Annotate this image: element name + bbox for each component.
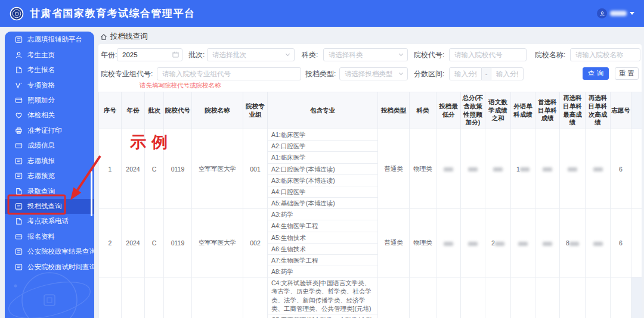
cell-score: [586, 209, 611, 278]
cell-batch: C: [145, 209, 164, 278]
redacted-score-value: [518, 242, 528, 246]
sidebar-item-label: 志愿填报辅助平台: [27, 35, 82, 44]
page-title: 甘肃省国家教育考试综合管理平台: [30, 7, 196, 20]
score-max-input[interactable]: [491, 67, 524, 80]
major-item: A2:口腔医学: [268, 141, 377, 152]
user-avatar-icon[interactable]: [597, 8, 607, 18]
major-item: C5:工商管理类[金融学、金融学(金融经济学)、会计学、市场营销]: [268, 314, 377, 318]
user-menu[interactable]: [597, 8, 634, 18]
cell-score: [535, 278, 560, 318]
query-panel: 年份: 批次: 科类: 院校代号:: [98, 44, 642, 318]
group-code-input[interactable]: [157, 67, 301, 80]
file-type-label: 投档类型:: [305, 69, 336, 79]
sidebar-item-录取查询[interactable]: 录取查询: [5, 183, 94, 198]
form-icon: [15, 172, 23, 180]
cell-subject-type: [410, 278, 436, 318]
cell-score: 2: [485, 209, 511, 278]
sidebar-item-报名资料[interactable]: 报名资料: [5, 229, 94, 244]
redacted-score-value: [543, 167, 552, 172]
cell-score: [436, 129, 461, 209]
college-code-input[interactable]: [449, 48, 527, 61]
sidebar-item-志愿预览[interactable]: 志愿预览: [5, 169, 94, 183]
reset-button[interactable]: 重 置: [615, 67, 639, 80]
cell-year: [122, 278, 145, 318]
card-icon: [15, 233, 23, 241]
sidebar-item-考生主页[interactable]: 考生主页: [5, 47, 94, 62]
user-icon: [15, 51, 23, 59]
cell-score: [461, 129, 485, 209]
redacted-score-value: [495, 242, 504, 246]
form-icon: [15, 36, 23, 43]
college-code-label: 院校代号:: [414, 50, 444, 60]
heart-icon: [15, 111, 23, 119]
subject-label: 科类:: [302, 50, 318, 60]
score-range-label: 分数区间:: [414, 69, 444, 79]
sidebar-item-label: 录取查询: [27, 187, 55, 196]
file-icon: [15, 188, 23, 195]
subject-select[interactable]: [323, 48, 408, 61]
cell-score: [511, 278, 535, 318]
redacted-score-value: [468, 167, 478, 172]
sidebar-item-考点联系电话[interactable]: 考点联系电话: [5, 214, 94, 229]
column-header: 包含专业: [268, 92, 378, 129]
cell-college-name: 空军军医大学: [192, 209, 243, 278]
card-icon: [15, 142, 23, 149]
column-header: 院校代号: [164, 92, 192, 129]
sidebar-item-label: 考生主页: [27, 51, 55, 60]
sidebar-item-label: 准考证打印: [27, 126, 62, 135]
cell-score: 8: [560, 209, 586, 278]
file-type-select[interactable]: [339, 67, 408, 80]
app-header: 甘肃省国家教育考试综合管理平台: [0, 0, 644, 27]
table-row: 12024C0119空军军医大学001A1:临床医学A2:口腔医学A1:临床医学…: [99, 129, 642, 209]
user-name-redacted: [610, 11, 627, 16]
column-header: 投档最低分: [436, 92, 461, 129]
cell-score: [461, 278, 485, 318]
sidebar-item-label: 成绩信息: [27, 141, 55, 150]
redacted-score-value: [444, 242, 453, 246]
major-item: A8:药学: [268, 266, 377, 277]
caret-down-icon[interactable]: [630, 12, 634, 15]
sidebar-item-label: 志愿填报: [27, 157, 55, 166]
sidebar-scrollbar-thumb[interactable]: [91, 171, 92, 216]
sidebar-item-label: 报名资料: [27, 232, 55, 241]
batch-select[interactable]: [207, 48, 295, 61]
sidebar-item-label: 考生报名: [27, 66, 55, 74]
cell-year: 2024: [122, 129, 145, 209]
redacted-score-value: [593, 242, 603, 246]
table-row: 22024C0119空军军医大学002A3:药学A4:生物医学工程A5:生物技术…: [99, 209, 642, 278]
sidebar-item-投档线查询[interactable]: 投档线查询: [5, 199, 94, 214]
year-input[interactable]: [117, 48, 182, 61]
sidebar-item-志愿填报辅助平台[interactable]: 志愿填报辅助平台: [5, 32, 94, 47]
cell-file-type: 普通类: [378, 209, 410, 278]
cell-volunteer-no: 6: [611, 209, 631, 278]
sidebar-item-公安院校面试时间查询[interactable]: 公安院校面试时间查询: [5, 260, 94, 275]
cell-score: [436, 278, 461, 318]
cell-group-code: [243, 278, 268, 318]
file-icon: [15, 217, 23, 225]
sidebar-item-体检相关[interactable]: 体检相关: [5, 108, 94, 123]
sidebar-item-公安院校政审结果查询[interactable]: 公安院校政审结果查询: [5, 244, 94, 259]
sidebar-item-照顾加分[interactable]: 照顾加分: [5, 93, 94, 108]
cell-group-code: 001: [243, 129, 268, 209]
sidebar-item-志愿填报[interactable]: 志愿填报: [5, 154, 94, 169]
app-root: 甘肃省国家教育考试综合管理平台 志愿填报辅助平台考生主页考生报名专项资格照顾加分…: [0, 0, 644, 318]
cell-batch: C: [145, 129, 164, 209]
cell-group-code: 002: [243, 209, 268, 278]
cell-file-type: [378, 278, 410, 318]
search-button[interactable]: 查 询: [583, 67, 609, 80]
sidebar-item-label: 投档线查询: [27, 202, 62, 211]
sidebar-item-准考证打印[interactable]: 准考证打印: [5, 123, 94, 138]
redacted-score-value: [444, 167, 453, 172]
column-header: 投档类型: [378, 92, 410, 129]
sidebar-item-专项资格[interactable]: 专项资格: [5, 77, 94, 92]
column-header: 外语单科成绩: [511, 92, 535, 129]
sidebar-item-label: 考点联系电话: [27, 217, 69, 226]
college-name-input[interactable]: [570, 48, 640, 61]
redacted-score-value: [543, 242, 552, 246]
column-header: 再选科目单科最高成绩: [560, 92, 586, 129]
score-min-input[interactable]: [449, 67, 482, 80]
home-icon: [100, 33, 107, 40]
results-table-wrap: 序号年份批次院校代号院校名称院校专业组包含专业投档类型科类投档最低分总分(不含政…: [98, 92, 642, 318]
sidebar-item-考生报名[interactable]: 考生报名: [5, 63, 94, 77]
sidebar-item-成绩信息[interactable]: 成绩信息: [5, 138, 94, 153]
